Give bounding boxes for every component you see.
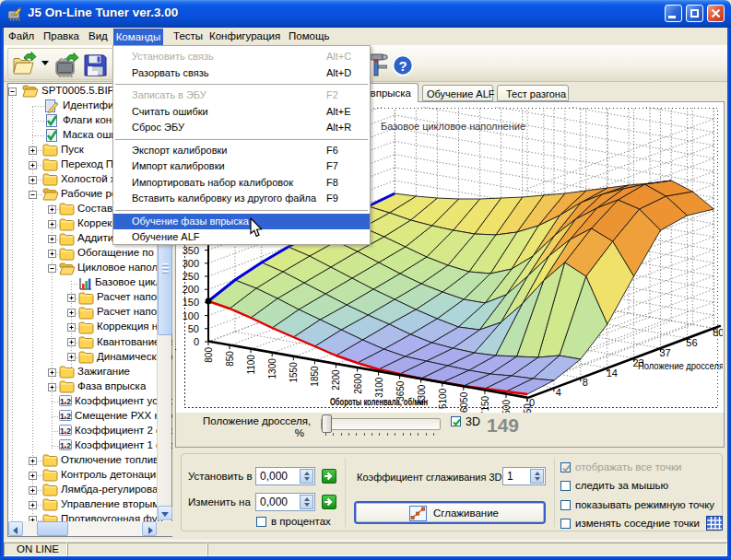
svg-text:Положение дросселя: Положение дросселя — [638, 360, 724, 371]
svg-text:4300: 4300 — [417, 384, 427, 405]
svg-text:100: 100 — [183, 310, 199, 321]
svg-text:2600: 2600 — [353, 373, 363, 394]
svg-text:?: ? — [398, 58, 407, 74]
svg-text:500: 500 — [501, 400, 512, 413]
svg-text:800: 800 — [204, 347, 214, 363]
svg-text:4: 4 — [556, 387, 561, 398]
svg-text:37: 37 — [659, 347, 670, 358]
svg-text:Базовое цикловое наполнение: Базовое цикловое наполнение — [381, 121, 525, 132]
svg-text:8: 8 — [583, 377, 588, 388]
svg-text:50: 50 — [188, 323, 199, 334]
svg-text:14: 14 — [607, 368, 618, 379]
svg-text:0: 0 — [194, 336, 199, 347]
svg-text:1.2: 1.2 — [60, 441, 71, 450]
svg-text:1.2: 1.2 — [60, 397, 71, 406]
svg-text:56: 56 — [686, 337, 697, 348]
svg-text:3650: 3650 — [395, 380, 406, 402]
svg-text:150: 150 — [183, 297, 199, 308]
svg-text:850: 850 — [225, 351, 235, 367]
svg-text:80: 80 — [713, 327, 724, 338]
svg-text:350: 350 — [183, 245, 199, 256]
svg-text:1850: 1850 — [310, 366, 320, 387]
svg-text:2200: 2200 — [331, 369, 341, 391]
svg-text:Цикловое наполнение: Цикловое наполнение — [175, 251, 176, 356]
svg-text:1100: 1100 — [246, 355, 256, 375]
svg-text:3100: 3100 — [374, 377, 384, 398]
svg-text:1.2: 1.2 — [60, 426, 71, 436]
svg-text:6050: 6050 — [459, 391, 469, 413]
svg-text:5100: 5100 — [438, 388, 448, 409]
svg-text:1550: 1550 — [289, 362, 299, 383]
svg-text:300: 300 — [183, 258, 199, 269]
svg-text:250: 250 — [183, 271, 199, 282]
svg-text:7150: 7150 — [480, 395, 490, 413]
svg-text:1300: 1300 — [267, 358, 277, 379]
svg-text:50: 50 — [523, 403, 533, 413]
svg-text:200: 200 — [183, 284, 199, 295]
svg-text:1.2: 1.2 — [60, 412, 71, 421]
